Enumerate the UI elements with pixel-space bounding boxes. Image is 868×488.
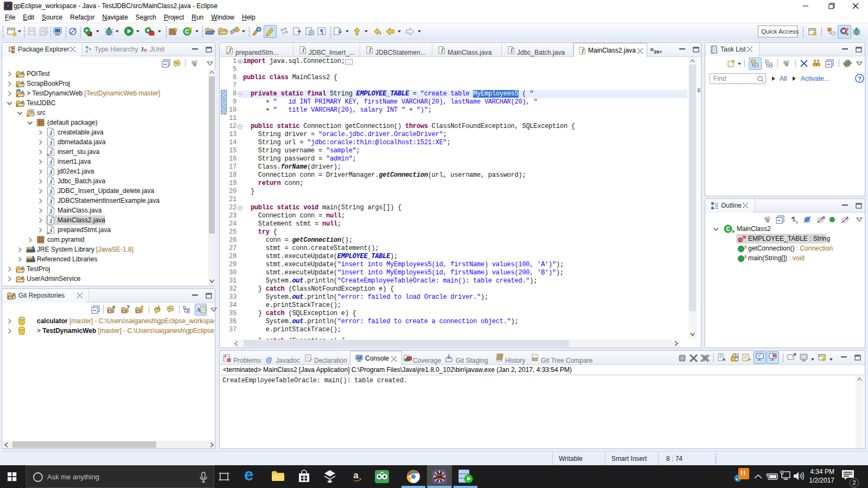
svg-text:S: S: [744, 254, 746, 259]
svg-text:GIT: GIT: [108, 310, 112, 313]
svg-text:GIT: GIT: [136, 310, 141, 313]
svg-text:A: A: [196, 306, 201, 313]
svg-text:J: J: [49, 149, 53, 156]
svg-text:J: J: [49, 159, 53, 165]
svg-text:J: J: [581, 48, 584, 54]
svg-text:J: J: [302, 48, 304, 54]
svg-text:J: J: [49, 169, 53, 175]
svg-text:¶: ¶: [320, 28, 323, 35]
svg-text:J: J: [49, 208, 53, 214]
svg-text:J: J: [49, 198, 53, 204]
svg-text:?: ?: [858, 75, 861, 82]
svg-text:a: a: [792, 215, 794, 220]
svg-text:J: J: [441, 48, 443, 54]
svg-text:J: J: [49, 188, 53, 195]
svg-text:J: J: [49, 130, 53, 136]
svg-text:Java EE: Java EE: [433, 473, 445, 477]
svg-text:S: S: [744, 245, 746, 249]
svg-text:GIT: GIT: [533, 358, 537, 361]
svg-text:J: J: [49, 178, 53, 185]
svg-text:F: F: [744, 235, 746, 240]
svg-text:J: J: [368, 48, 371, 54]
svg-text:C: C: [726, 226, 730, 232]
svg-text:a: a: [353, 470, 359, 480]
svg-text:IDE: IDE: [437, 477, 442, 480]
svg-text:J: J: [49, 217, 53, 224]
svg-text:J: J: [510, 48, 513, 54]
svg-text:GIT: GIT: [8, 296, 13, 299]
svg-text:J: J: [228, 48, 231, 54]
svg-text:J: J: [49, 227, 53, 234]
svg-text:J: J: [49, 139, 53, 146]
svg-text:GIT: GIT: [122, 310, 126, 313]
